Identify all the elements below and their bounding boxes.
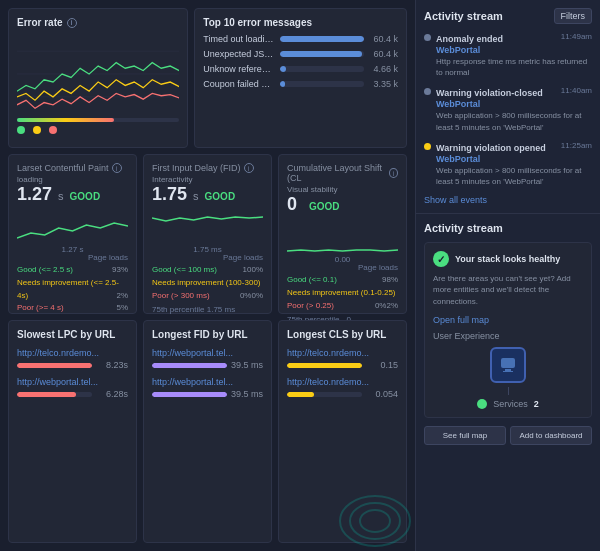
- event-app-0[interactable]: WebPortal: [436, 45, 592, 55]
- legend-red: [49, 126, 57, 134]
- slider-bar[interactable]: [17, 118, 179, 122]
- cls-bar-0: [287, 363, 362, 368]
- cls-bar-1: [287, 392, 314, 397]
- error-bar-container: [280, 51, 364, 57]
- lpc-url-1[interactable]: http://webportal.tel...: [17, 377, 128, 387]
- fid-url-1[interactable]: http://webportal.tel...: [152, 377, 263, 387]
- lpc-value-1: 6.28s: [96, 389, 128, 399]
- event-app-2[interactable]: WebPortal: [436, 154, 592, 164]
- activity-stream-title: Activity stream: [424, 10, 503, 22]
- stack-title: Activity stream: [424, 222, 592, 234]
- fid-metric-main: 1.75 s GOOD: [152, 184, 263, 205]
- lcp-title: Larset Contentful Paint i: [17, 163, 128, 173]
- info-icon[interactable]: i: [67, 18, 77, 28]
- right-panel: Activity stream Filters Anomaly ended 11…: [415, 0, 600, 551]
- add-dashboard-button[interactable]: Add to dashboard: [510, 426, 592, 445]
- error-bar-container: [280, 66, 364, 72]
- activity-item-0: Anomaly ended 11:49am WebPortal Http res…: [424, 32, 592, 78]
- user-experience-label: User Experience: [433, 331, 583, 341]
- fid-value-1: 39.5 ms: [231, 389, 263, 399]
- event-time-2: 11:25am: [561, 141, 592, 150]
- cls-info-icon[interactable]: i: [389, 168, 398, 178]
- lcp-card: Larset Contentful Paint i loading 1.27 s…: [8, 154, 137, 314]
- services-row: Services 2: [477, 399, 539, 409]
- lcp-mini-chart: 1.27 s: [17, 213, 128, 249]
- cls-url-0[interactable]: http://telco.nrdemo...: [287, 348, 398, 358]
- lpc-bar-0: [17, 363, 92, 368]
- cls-metric-main: 0 GOOD: [287, 194, 398, 215]
- longest-cls-title: Longest CLS by URL: [287, 329, 398, 340]
- see-full-map-button[interactable]: See full map: [424, 426, 506, 445]
- lpc-url-item: http://webportal.tel... 6.28s: [17, 377, 128, 399]
- longest-cls-card: Longest CLS by URL http://telco.nrdemo..…: [278, 320, 407, 543]
- stack-section: Activity stream ✓ Your stack looks healt…: [416, 214, 600, 551]
- fid-subtitle: Interactivity: [152, 175, 263, 184]
- open-full-map-link[interactable]: Open full map: [433, 315, 489, 325]
- error-bar: [280, 51, 363, 57]
- error-items-list: Timed out loading source ./js/cou... 60.…: [203, 34, 398, 89]
- top-errors-title: Top 10 error messages: [203, 17, 398, 28]
- fid-breakdown: Good (<= 100 ms) 100% Needs improvement …: [152, 264, 263, 302]
- event-time-0: 11:49am: [561, 32, 592, 41]
- lcp-breakdown: Good (<= 2.5 s) 93% Needs improvement (<…: [17, 264, 128, 315]
- cls-url-item: http://telco.nrdemo... 0.054: [287, 377, 398, 399]
- cls-mini-chart: 0.00: [287, 223, 398, 259]
- fid-info-icon[interactable]: i: [244, 163, 254, 173]
- cls-url-1[interactable]: http://telco.nrdemo...: [287, 377, 398, 387]
- filters-button[interactable]: Filters: [554, 8, 593, 24]
- cls-value-1: 0.054: [366, 389, 398, 399]
- activity-header: Activity stream Filters: [424, 8, 592, 24]
- error-bar: [280, 36, 364, 42]
- top-errors-card: Top 10 error messages Timed out loading …: [194, 8, 407, 148]
- fid-bar-1: [152, 392, 227, 397]
- check-icon: ✓: [433, 251, 449, 267]
- activity-dot-2: [424, 143, 431, 150]
- activity-item-2: Warning violation opened 11:25am WebPort…: [424, 141, 592, 187]
- error-item: Unexpected JS Error 60.4 k: [203, 49, 398, 59]
- svg-rect-4: [505, 369, 511, 371]
- ux-node: [490, 347, 526, 383]
- map-visual: User Experience: [433, 331, 583, 409]
- activity-stream-section: Activity stream Filters Anomaly ended 11…: [416, 0, 600, 214]
- left-panel: Error rate i: [0, 0, 415, 551]
- event-app-1[interactable]: WebPortal: [436, 99, 592, 109]
- cls-value-0: 0.15: [366, 360, 398, 370]
- activity-dot-0: [424, 34, 431, 41]
- fid-url-item: http://webportal.tel... 39.5 ms: [152, 348, 263, 370]
- legend-yellow: [33, 126, 41, 134]
- main-container: Error rate i: [0, 0, 600, 551]
- activity-dot-1: [424, 88, 431, 95]
- cls-subtitle: Visual stability: [287, 185, 398, 194]
- error-bar: [280, 81, 285, 87]
- event-type-0: Anomaly ended: [436, 34, 503, 44]
- cls-page-loads: Page loads: [287, 263, 398, 272]
- lcp-metric-main: 1.27 s GOOD: [17, 184, 128, 205]
- error-rate-chart: [17, 34, 179, 114]
- lpc-url-0[interactable]: http://telco.nrdemo...: [17, 348, 128, 358]
- stack-healthy-label: Your stack looks healthy: [455, 254, 560, 264]
- lcp-subtitle: loading: [17, 175, 128, 184]
- error-bar-container: [280, 81, 364, 87]
- services-label: Services: [493, 399, 528, 409]
- svg-rect-3: [501, 358, 515, 368]
- cls-breakdown: Good (<= 0.1) 98% Needs improvement (0.1…: [287, 274, 398, 312]
- error-bar-container: [280, 36, 364, 42]
- slowest-lpc-card: Slowest LPC by URL http://telco.nrdemo..…: [8, 320, 137, 543]
- error-item: Unknow reference 4.66 k: [203, 64, 398, 74]
- error-rate-card: Error rate i: [8, 8, 188, 148]
- cls-card: Cumulative Layout Shift (CL i Visual sta…: [278, 154, 407, 314]
- lcp-info-icon[interactable]: i: [112, 163, 122, 173]
- services-count: 2: [534, 399, 539, 409]
- error-item: Timed out loading source ./js/cou... 60.…: [203, 34, 398, 44]
- fid-url-0[interactable]: http://webportal.tel...: [152, 348, 263, 358]
- legend-green: [17, 126, 25, 134]
- fid-title: First Input Delay (FID) i: [152, 163, 263, 173]
- fid-card: First Input Delay (FID) i Interactivity …: [143, 154, 272, 314]
- fid-bar-0: [152, 363, 227, 368]
- fid-page-loads: Page loads: [152, 253, 263, 262]
- lpc-value-0: 8.23s: [96, 360, 128, 370]
- lpc-bar-1: [17, 392, 76, 397]
- show-all-events-link[interactable]: Show all events: [424, 195, 592, 205]
- slider-fill: [17, 118, 114, 122]
- event-type-1: Warning violation-closed: [436, 88, 543, 98]
